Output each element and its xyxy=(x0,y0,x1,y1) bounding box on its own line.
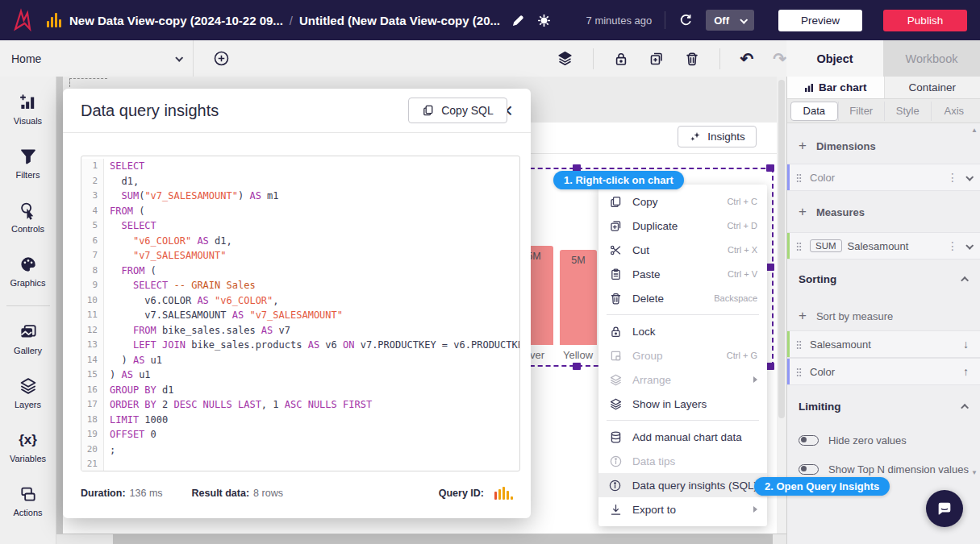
insights-button[interactable]: Insights xyxy=(678,126,757,147)
edit-title-button[interactable] xyxy=(511,14,525,27)
sql-code-viewer[interactable]: 1SELECT2 d1,3 SUM("v7_SALESAMOUNT") AS m… xyxy=(81,156,520,471)
menu-item-label: Export to xyxy=(632,504,747,516)
x-axis-label: Yellow xyxy=(563,349,593,361)
menu-item-cut[interactable]: CutCtrl + X xyxy=(598,238,767,262)
page-selector[interactable]: Home xyxy=(0,40,194,77)
selection-handle[interactable] xyxy=(766,363,774,370)
add-page-button[interactable] xyxy=(213,50,230,67)
sidebar-item-gallery[interactable]: Gallery xyxy=(0,316,56,362)
canvas-toolbar: Home ↶ ↷ xyxy=(0,40,786,77)
add-measures-button[interactable]: +Measures xyxy=(787,199,980,225)
breadcrumb-parent[interactable]: New Data View-copy (2024-10-22 09... xyxy=(69,14,283,27)
chevron-down-icon[interactable] xyxy=(965,241,974,249)
sidebar-item-actions[interactable]: Actions xyxy=(0,478,56,524)
sidebar-item-filters[interactable]: Filters xyxy=(0,140,56,186)
data-query-insights-modal: Data query insights × 1SELECT2 d1,3 SUM(… xyxy=(63,89,531,518)
scroll-up-icon[interactable]: ▲ xyxy=(971,127,978,134)
panel-tab-filter[interactable]: Filter xyxy=(838,102,885,121)
aggregation-chip[interactable]: SUM xyxy=(810,239,842,252)
graphics-icon xyxy=(19,255,38,274)
vertical-scrollbar[interactable] xyxy=(777,77,786,534)
toggle-switch[interactable] xyxy=(799,435,819,446)
selection-handle[interactable] xyxy=(573,363,581,370)
dimension-row-color[interactable]: Color⋮ xyxy=(787,164,980,191)
section-header-limiting[interactable]: Limiting xyxy=(787,393,980,419)
menu-item-export-to[interactable]: Export to xyxy=(598,497,767,521)
preview-label: Preview xyxy=(801,15,840,27)
menu-item-paste[interactable]: PasteCtrl + V xyxy=(598,262,767,286)
delete-toolbar-button[interactable] xyxy=(684,51,700,67)
chevron-down-icon[interactable] xyxy=(965,172,974,181)
menu-item-copy[interactable]: CopyCtrl + C xyxy=(598,189,767,214)
redo-button[interactable]: ↷ xyxy=(773,51,786,67)
tab-workbook[interactable]: Workbook xyxy=(883,40,980,77)
info-icon xyxy=(609,455,623,468)
auto-update-dropdown[interactable]: Off xyxy=(706,10,754,31)
sql-line-number: 9 xyxy=(81,278,104,293)
lock-toolbar-button[interactable] xyxy=(613,51,629,67)
sql-line-text: SUM("v7_SALESAMOUNT") AS m1 xyxy=(104,189,279,204)
sql-line-number: 7 xyxy=(81,248,104,264)
toggle-switch[interactable] xyxy=(799,464,819,475)
breadcrumb-current[interactable]: Untitled (New Data View-copy (20... xyxy=(299,14,500,27)
menu-item-shortcut: Ctrl + V xyxy=(728,269,757,279)
menu-item-delete[interactable]: DeleteBackspace xyxy=(598,286,767,310)
sidebar-item-variables[interactable]: {x}Variables xyxy=(0,424,56,470)
add-sort-by-measure-button[interactable]: +Sort by measure xyxy=(787,303,980,329)
bar-yellow[interactable]: 5M xyxy=(560,250,597,345)
scrollbar-thumb[interactable] xyxy=(113,534,773,544)
drag-handle-icon[interactable] xyxy=(796,340,802,349)
layers-icon xyxy=(19,376,38,396)
drag-handle-icon[interactable] xyxy=(796,368,802,376)
sidebar-item-layers[interactable]: Layers xyxy=(0,370,56,416)
layers-toolbar-button[interactable] xyxy=(557,50,573,67)
duplicate-toolbar-button[interactable] xyxy=(648,51,665,67)
menu-item-label: Paste xyxy=(632,268,721,280)
help-chat-button[interactable] xyxy=(926,490,963,527)
kebab-menu-icon[interactable]: ⋮ xyxy=(947,171,958,184)
kebab-menu-icon[interactable]: ⋮ xyxy=(947,239,958,252)
publish-button[interactable]: Publish xyxy=(883,10,967,31)
sql-line-text xyxy=(104,457,110,471)
menu-item-data-query-insights-sql[interactable]: Data query insights (SQL) xyxy=(598,473,767,497)
panel-tab-data[interactable]: Data xyxy=(790,102,838,121)
section-header-sorting[interactable]: Sorting xyxy=(787,266,980,292)
sidebar-item-label: Controls xyxy=(11,224,44,234)
sort-row-color[interactable]: Color↑ xyxy=(787,358,980,385)
sidebar-item-graphics[interactable]: Graphics xyxy=(0,248,56,294)
sort-row-salesamount[interactable]: Salesamount↓ xyxy=(787,330,980,358)
sort-descending-icon[interactable]: ↓ xyxy=(963,338,969,351)
drag-handle-icon[interactable] xyxy=(796,242,802,251)
tab-object[interactable]: Object xyxy=(786,40,883,77)
horizontal-scrollbar[interactable] xyxy=(56,534,786,544)
selection-handle[interactable] xyxy=(766,164,774,172)
menu-item-show-in-layers[interactable]: Show in Layers xyxy=(598,392,767,416)
measure-row-salesamount[interactable]: SUMSalesamount⋮ xyxy=(787,232,980,260)
sql-line-number: 12 xyxy=(81,323,104,338)
settings-button[interactable] xyxy=(536,13,552,28)
copy-sql-button[interactable]: Copy SQL xyxy=(408,98,507,123)
sql-line-text: ; xyxy=(104,442,115,458)
toggle-row-hide-zero-values[interactable]: Hide zero values xyxy=(787,429,980,451)
menu-item-add-manual-chart-data[interactable]: Add manual chart data xyxy=(598,425,767,449)
scrollbar-thumb[interactable] xyxy=(778,80,785,418)
tab-bar-chart[interactable]: Bar chart xyxy=(787,77,884,98)
refresh-button[interactable] xyxy=(678,13,693,27)
selection-handle[interactable] xyxy=(766,264,774,271)
preview-button[interactable]: Preview xyxy=(778,10,862,31)
sql-line: 21 xyxy=(81,457,519,471)
menu-item-lock[interactable]: Lock xyxy=(598,319,767,343)
panel-tab-axis[interactable]: Axis xyxy=(931,102,978,121)
menu-item-duplicate[interactable]: DuplicateCtrl + D xyxy=(598,214,767,238)
drag-handle-icon[interactable] xyxy=(796,173,802,182)
panel-tab-style[interactable]: Style xyxy=(884,102,931,121)
field-label: Color xyxy=(810,366,963,378)
tab-container[interactable]: Container xyxy=(884,77,980,98)
undo-button[interactable]: ↶ xyxy=(740,51,753,67)
sidebar-item-visuals[interactable]: Visuals xyxy=(0,86,56,132)
sidebar-item-controls[interactable]: Controls xyxy=(0,194,56,240)
visuals-icon xyxy=(19,93,38,112)
scroll-down-icon[interactable]: ▼ xyxy=(971,469,978,476)
add-dimensions-button[interactable]: +Dimensions xyxy=(787,133,980,159)
sort-ascending-icon[interactable]: ↑ xyxy=(963,365,969,378)
